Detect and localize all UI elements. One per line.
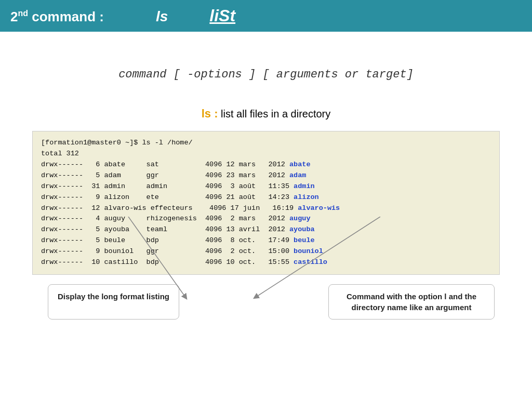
terminal-username: admin [294,182,315,190]
terminal-username: adam [289,171,306,179]
ls-label: ls : [202,107,218,120]
terminal-row: drwx------ 5 beule bdp 4096 8 oct. 17:49… [41,235,491,246]
header: 2nd command : ls liSt [0,0,532,32]
terminal-username: castillo [294,258,327,266]
terminal-row: drwx------ 6 abate sat 4096 12 mars 2012… [41,159,491,170]
header-ls-long: liSt [209,6,235,25]
terminal-row: drwx------ 12 alvaro-wis effecteurs 4096… [41,203,491,214]
terminal-username: auguy [289,215,311,222]
header-title-sup: nd [18,9,28,18]
terminal-row: drwx------ 5 adam ggr 4096 23 mars 2012 … [41,170,491,181]
terminal-username: bouniol [294,247,323,255]
syntax-line: command [ -options ] [ arguments or targ… [31,68,501,81]
annotation-right-text: Command with the option l and the direct… [347,292,476,312]
terminal-username: alvaro-wis [298,204,340,212]
terminal-row: drwx------ 31 admin admin 4096 3 août 11… [41,181,491,192]
annotations: Display the long format listing Command … [32,284,500,320]
terminal-username: beule [294,236,315,244]
terminal-total: total 312 [41,149,491,159]
annotation-left-text: Display the long format listing [58,292,169,301]
header-title: 2nd command : [10,9,104,25]
terminal-row: drwx------ 9 bouniol ggr 4096 2 oct. 15:… [41,246,491,257]
annotation-left-box: Display the long format listing [48,284,179,320]
terminal-row: drwx------ 5 ayouba teaml 4096 13 avril … [41,224,491,235]
terminal-username: abate [289,161,311,168]
ls-description: ls : list all files in a directory [31,107,501,121]
terminal-row: drwx------ 9 alizon ete 4096 21 août 14:… [41,192,491,203]
header-ls-short: ls [156,8,168,25]
terminal-block: [formation1@master0 ~]$ ls -l /home/ tot… [32,131,500,275]
ls-desc-text: list all files in a directory [221,108,330,119]
terminal-username: alizon [294,193,319,201]
terminal-row: drwx------ 10 castillo bdp 4096 10 oct. … [41,257,491,268]
main-content: command [ -options ] [ arguments or targ… [0,32,532,335]
header-title-suffix: command : [28,9,104,24]
terminal-rows: drwx------ 6 abate sat 4096 12 mars 2012… [41,159,491,268]
terminal-wrapper: [formation1@master0 ~]$ ls -l /home/ tot… [32,131,500,320]
terminal-row: drwx------ 4 auguy rhizogenesis 4096 2 m… [41,214,491,224]
annotation-right-box: Command with the option l and the direct… [328,284,495,320]
terminal-prompt: [formation1@master0 ~]$ ls -l /home/ [41,138,491,149]
header-title-prefix: 2 [10,9,18,24]
terminal-username: ayouba [289,225,315,233]
